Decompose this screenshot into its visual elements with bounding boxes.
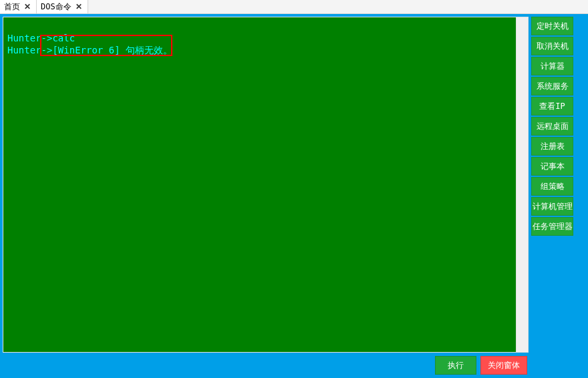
side-btn-calculator[interactable]: 计算器	[531, 57, 573, 75]
side-btn-registry[interactable]: 注册表	[531, 137, 573, 156]
side-btn-view-ip[interactable]: 查看IP	[531, 97, 573, 116]
button-label: 关闭窗体	[488, 360, 520, 371]
terminal-row: Hunter->calcHunter->[WinError 6] 句柄无效。	[3, 17, 529, 353]
button-label: 记事本	[541, 161, 565, 172]
tab-bar: 首页 ✕ DOS命令 ✕	[0, 0, 588, 14]
side-btn-task-manager[interactable]: 任务管理器	[531, 217, 573, 236]
button-label: 注册表	[541, 141, 565, 152]
button-label: 任务管理器	[533, 221, 573, 232]
outer-scrollbar[interactable]	[576, 14, 588, 378]
side-btn-notepad[interactable]: 记事本	[531, 157, 573, 176]
close-icon[interactable]: ✕	[74, 2, 84, 11]
terminal-line: Hunter->[WinError 6] 句柄无效。	[7, 44, 512, 56]
button-label: 组策略	[541, 181, 565, 192]
app-root: 首页 ✕ DOS命令 ✕ Hunter->calcHunter->[WinErr…	[0, 0, 588, 378]
button-label: 取消关机	[537, 41, 569, 52]
close-window-button[interactable]: 关闭窗体	[480, 356, 527, 375]
side-btn-computer-management[interactable]: 计算机管理	[531, 197, 573, 216]
button-label: 系统服务	[537, 81, 569, 92]
body: Hunter->calcHunter->[WinError 6] 句柄无效。 执…	[0, 14, 588, 378]
side-btn-shutdown-timer[interactable]: 定时关机	[531, 17, 573, 35]
terminal-panel: Hunter->calcHunter->[WinError 6] 句柄无效。 执…	[0, 14, 529, 378]
terminal-scrollbar[interactable]	[517, 17, 529, 353]
button-label: 计算器	[541, 61, 565, 72]
execute-button[interactable]: 执行	[435, 356, 476, 375]
button-label: 执行	[448, 360, 464, 371]
bottom-bar: 执行 关闭窗体	[3, 353, 529, 375]
button-label: 定时关机	[537, 21, 569, 32]
button-label: 远程桌面	[537, 121, 569, 132]
terminal-line: Hunter->calc	[7, 32, 512, 44]
side-btn-cancel-shutdown[interactable]: 取消关机	[531, 37, 573, 55]
button-label: 计算机管理	[533, 201, 573, 212]
tab-label: 首页	[4, 1, 20, 13]
close-icon[interactable]: ✕	[23, 2, 32, 11]
side-btn-group-policy[interactable]: 组策略	[531, 177, 573, 196]
tab-dos-command[interactable]: DOS命令 ✕	[37, 0, 88, 13]
terminal-output[interactable]: Hunter->calcHunter->[WinError 6] 句柄无效。	[3, 17, 517, 353]
button-label: 查看IP	[539, 101, 565, 112]
side-btn-system-services[interactable]: 系统服务	[531, 77, 573, 96]
side-btn-remote-desktop[interactable]: 远程桌面	[531, 117, 573, 136]
tab-label: DOS命令	[41, 1, 71, 13]
side-toolbar: 定时关机 取消关机 计算器 系统服务 查看IP 远程桌面 注册表 记事本 组策略…	[529, 14, 576, 378]
tab-home[interactable]: 首页 ✕	[0, 0, 37, 13]
